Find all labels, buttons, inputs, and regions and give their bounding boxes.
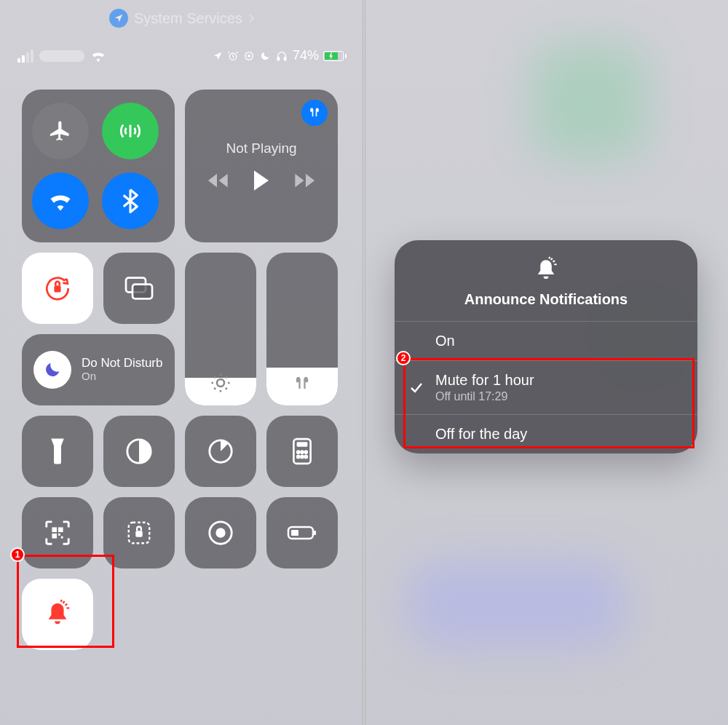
svg-point-16 xyxy=(301,456,303,458)
announce-option-mute-1h[interactable]: Mute for 1 hour Off until 17:29 xyxy=(395,360,697,414)
focus-state: On xyxy=(82,371,162,383)
breadcrumb: System Services xyxy=(0,0,364,28)
airpods-volume-icon xyxy=(290,373,314,394)
svg-point-13 xyxy=(301,451,303,453)
timer-button[interactable] xyxy=(185,416,256,487)
location-icon xyxy=(109,9,128,28)
svg-point-17 xyxy=(305,456,307,458)
option-label: On xyxy=(435,332,455,350)
qr-scanner-button[interactable] xyxy=(22,497,93,568)
svg-point-26 xyxy=(215,528,225,537)
panel-divider xyxy=(363,0,365,725)
control-center-screenshot: System Services 74% xyxy=(0,0,364,725)
guided-access-button[interactable] xyxy=(103,497,175,568)
svg-rect-11 xyxy=(297,442,308,446)
chevron-right-icon xyxy=(248,13,256,23)
svg-rect-24 xyxy=(135,531,143,537)
brightness-slider[interactable] xyxy=(185,253,256,405)
svg-rect-2 xyxy=(277,57,280,60)
dark-mode-button[interactable] xyxy=(103,416,175,487)
airplane-mode-button[interactable] xyxy=(32,103,89,159)
media-module[interactable]: Not Playing xyxy=(185,90,338,242)
moon-status-icon xyxy=(259,50,271,62)
control-center-grid: Not Playing xyxy=(0,63,364,650)
lock-rotation-status-icon xyxy=(243,50,255,62)
wifi-button[interactable] xyxy=(32,173,89,229)
brightness-icon xyxy=(210,372,232,394)
media-status: Not Playing xyxy=(226,140,296,157)
svg-rect-29 xyxy=(291,530,298,536)
svg-rect-20 xyxy=(52,534,57,539)
screen-record-button[interactable] xyxy=(185,497,256,568)
svg-point-14 xyxy=(305,451,307,453)
svg-rect-22 xyxy=(61,536,63,539)
checkmark-icon xyxy=(408,381,425,395)
svg-rect-18 xyxy=(52,527,57,532)
announce-popover: Announce Notifications On Mute for 1 hou… xyxy=(395,240,697,453)
battery-icon xyxy=(323,51,347,61)
breadcrumb-label: System Services xyxy=(134,10,242,27)
forward-icon[interactable] xyxy=(291,173,314,189)
svg-rect-21 xyxy=(58,534,60,536)
announce-bell-icon xyxy=(531,256,561,284)
location-arrow-icon xyxy=(213,51,223,61)
announce-popover-screenshot: Announce Notifications On Mute for 1 hou… xyxy=(364,0,728,725)
low-power-button[interactable] xyxy=(266,497,338,568)
option-sub: Off until 17:29 xyxy=(435,389,534,404)
battery-percent: 74% xyxy=(293,48,319,63)
annotation-badge-1: 1 xyxy=(10,547,25,562)
focus-title: Do Not Disturb xyxy=(82,357,162,371)
svg-rect-19 xyxy=(58,527,63,532)
svg-point-12 xyxy=(297,451,299,453)
wifi-icon xyxy=(90,50,106,62)
airpods-output-icon[interactable] xyxy=(301,100,328,126)
announce-option-off-day[interactable]: Off for the day xyxy=(395,414,697,453)
svg-point-15 xyxy=(297,456,299,458)
svg-rect-28 xyxy=(314,531,316,535)
svg-rect-4 xyxy=(54,285,60,292)
svg-point-7 xyxy=(217,379,224,387)
alarm-icon xyxy=(227,50,239,62)
bluetooth-button[interactable] xyxy=(102,173,159,229)
rewind-icon[interactable] xyxy=(208,173,232,189)
flashlight-button[interactable] xyxy=(22,416,93,487)
focus-button[interactable]: Do Not Disturb On xyxy=(22,334,175,405)
carrier-blur xyxy=(39,50,84,62)
cellular-signal-icon xyxy=(17,49,33,63)
status-bar: 74% xyxy=(0,28,364,63)
volume-slider[interactable] xyxy=(266,253,338,405)
headphones-icon xyxy=(275,50,288,62)
announce-notifications-button[interactable] xyxy=(22,579,93,650)
connectivity-module[interactable] xyxy=(22,90,175,242)
option-label: Mute for 1 hour xyxy=(435,371,534,389)
svg-rect-3 xyxy=(284,57,286,60)
calculator-button[interactable] xyxy=(266,416,338,487)
announce-title: Announce Notifications xyxy=(464,291,628,308)
play-icon[interactable] xyxy=(252,170,271,191)
moon-icon xyxy=(33,351,71,389)
svg-rect-6 xyxy=(132,285,152,299)
option-label: Off for the day xyxy=(435,425,527,443)
cellular-data-button[interactable] xyxy=(102,103,159,159)
announce-option-on[interactable]: On xyxy=(395,321,697,360)
annotation-badge-2: 2 xyxy=(396,351,411,365)
orientation-lock-button[interactable] xyxy=(22,253,93,324)
screen-mirroring-button[interactable] xyxy=(103,253,175,324)
